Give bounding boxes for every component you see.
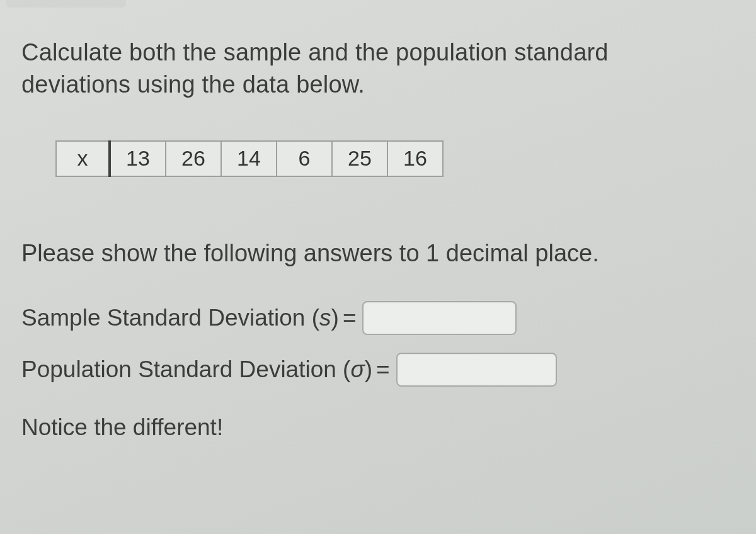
decimal-instruction: Please show the following answers to 1 d… xyxy=(21,240,699,267)
population-sd-label-pre: Population Standard Deviation ( xyxy=(21,356,350,383)
sample-sd-label-pre: Sample Standard Deviation ( xyxy=(21,305,319,331)
notice-text: Notice the different! xyxy=(21,414,699,441)
equals-sign: = xyxy=(376,356,390,383)
table-cell: 14 xyxy=(221,141,277,176)
table-cell: 26 xyxy=(166,141,221,176)
population-sd-label-post: ) xyxy=(365,356,372,383)
question-prompt: Calculate both the sample and the popula… xyxy=(21,37,699,101)
population-sd-symbol: σ xyxy=(350,356,364,383)
data-table-wrap: x 13 26 14 6 25 16 xyxy=(55,140,699,177)
answer-section: Sample Standard Deviation (s) = Populati… xyxy=(21,301,699,387)
table-cell: 13 xyxy=(110,141,166,176)
population-sd-input[interactable] xyxy=(396,353,557,387)
sample-sd-row: Sample Standard Deviation (s) = xyxy=(21,301,699,335)
sample-sd-input[interactable] xyxy=(362,301,517,335)
question-card: Calculate both the sample and the popula… xyxy=(0,0,718,477)
table-cell: 6 xyxy=(277,141,332,176)
sample-sd-symbol: s xyxy=(319,305,331,331)
population-sd-row: Population Standard Deviation (σ) = xyxy=(21,353,699,387)
table-row: x 13 26 14 6 25 16 xyxy=(56,141,443,176)
equals-sign: = xyxy=(343,305,357,331)
table-cell: 25 xyxy=(332,141,387,176)
table-header-cell: x xyxy=(56,141,110,176)
data-table: x 13 26 14 6 25 16 xyxy=(55,140,444,177)
table-cell: 16 xyxy=(387,141,443,176)
sample-sd-label-post: ) xyxy=(331,305,339,331)
